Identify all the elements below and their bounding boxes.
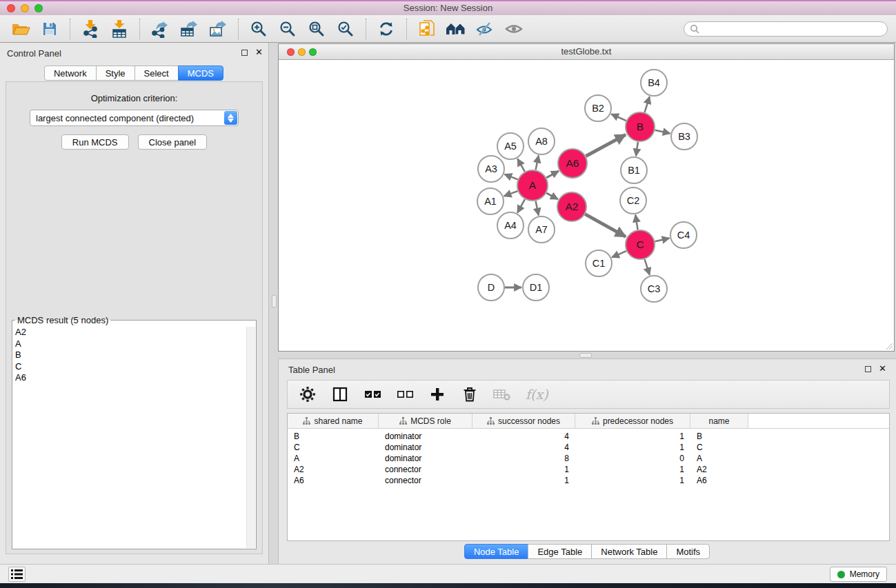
- graph-edge-A-A7[interactable]: [536, 201, 539, 216]
- column-header-predecessor-nodes[interactable]: predecessor nodes: [575, 414, 690, 428]
- splitter-handle-vertical[interactable]: [272, 295, 277, 307]
- graph-edge-A-A8[interactable]: [536, 156, 539, 170]
- graph-node-C4[interactable]: C4: [670, 222, 697, 248]
- tab-network-table[interactable]: Network Table: [591, 544, 667, 559]
- network-canvas[interactable]: B4B2BB3B1A5A8A6A3AA1A2C2A4A7CC4C1C3DD1: [279, 61, 894, 351]
- column-header-name[interactable]: name: [690, 414, 748, 428]
- graph-node-C1[interactable]: C1: [586, 250, 612, 276]
- zoom-selected-button[interactable]: [333, 18, 358, 40]
- export-table-button[interactable]: [177, 18, 201, 40]
- tab-select[interactable]: Select: [135, 65, 179, 81]
- tab-style[interactable]: Style: [96, 65, 135, 81]
- export-network-button[interactable]: [148, 18, 172, 40]
- zoom-out-button[interactable]: [275, 18, 300, 40]
- tab-motifs[interactable]: Motifs: [666, 544, 710, 559]
- network-window-titlebar[interactable]: testGlobe.txt: [279, 44, 894, 60]
- graph-edge-A-A5[interactable]: [517, 159, 524, 172]
- mcds-result-item[interactable]: A6: [12, 372, 256, 384]
- table-row[interactable]: Adominator80A: [288, 453, 889, 464]
- tab-mcds[interactable]: MCDS: [178, 65, 223, 81]
- mcds-scrollbar[interactable]: [246, 327, 255, 548]
- graph-edge-A-A4[interactable]: [517, 199, 525, 212]
- column-header-successor-nodes[interactable]: successor nodes: [472, 414, 575, 428]
- graph-node-A1[interactable]: A1: [477, 188, 504, 214]
- graph-node-B3[interactable]: B3: [671, 123, 697, 150]
- resize-grip-icon[interactable]: [884, 341, 893, 350]
- splitter-handle-horizontal[interactable]: [579, 353, 592, 358]
- graph-node-C2[interactable]: C2: [620, 187, 646, 214]
- task-history-button[interactable]: [8, 567, 26, 582]
- mcds-result-item[interactable]: A2: [12, 327, 256, 338]
- home-network-button[interactable]: [444, 18, 468, 40]
- graph-edge-A6-B[interactable]: [586, 134, 626, 156]
- graph-node-A3[interactable]: A3: [478, 156, 504, 182]
- graph-node-B2[interactable]: B2: [585, 95, 611, 121]
- graph-edge-A-A1[interactable]: [504, 191, 518, 196]
- graph-node-C3[interactable]: C3: [641, 276, 667, 302]
- float-panel-icon[interactable]: [241, 50, 248, 56]
- clone-network-button[interactable]: [415, 18, 439, 40]
- graph-node-B1[interactable]: B1: [621, 157, 647, 183]
- zoom-fit-button[interactable]: [304, 18, 329, 40]
- create-column-button[interactable]: [428, 385, 446, 403]
- minimize-window-button[interactable]: [21, 4, 29, 12]
- tab-network[interactable]: Network: [44, 65, 97, 81]
- delete-column-button[interactable]: [461, 385, 479, 403]
- tab-node-table[interactable]: Node Table: [464, 544, 529, 559]
- refresh-view-button[interactable]: [374, 18, 399, 40]
- zoom-in-button[interactable]: [246, 18, 271, 40]
- run-mcds-button[interactable]: Run MCDS: [61, 134, 129, 150]
- search-box[interactable]: [684, 21, 888, 37]
- close-panel-icon[interactable]: ✕: [255, 49, 263, 56]
- graph-edge-C-C3[interactable]: [645, 259, 650, 275]
- network-close-button[interactable]: [287, 48, 295, 56]
- graph-node-D1[interactable]: D1: [523, 274, 549, 301]
- table-row[interactable]: A6connector11A6: [288, 475, 889, 486]
- graph-edge-C-C2[interactable]: [635, 215, 637, 230]
- graph-node-A7[interactable]: A7: [528, 216, 555, 243]
- show-graphics-details-button[interactable]: [501, 18, 526, 40]
- close-table-panel-icon[interactable]: ✕: [879, 365, 886, 372]
- tab-edge-table[interactable]: Edge Table: [528, 544, 592, 559]
- criterion-select[interactable]: largest connected component (directed): [30, 110, 239, 126]
- graph-edge-C-C4[interactable]: [655, 239, 669, 242]
- hide-graphics-details-button[interactable]: [472, 18, 497, 40]
- graph-node-A6[interactable]: A6: [558, 149, 587, 178]
- graph-node-A2[interactable]: A2: [557, 192, 586, 221]
- graph-edge-B-B3[interactable]: [655, 130, 670, 134]
- import-table-button[interactable]: [107, 18, 132, 40]
- show-columns-button[interactable]: [331, 385, 349, 403]
- import-network-button[interactable]: [78, 18, 103, 40]
- float-table-panel-icon[interactable]: [865, 366, 871, 372]
- graph-edge-A-A3[interactable]: [504, 174, 517, 180]
- zoom-window-button[interactable]: [34, 4, 43, 12]
- graph-node-C[interactable]: C: [626, 230, 655, 259]
- graph-node-D[interactable]: D: [478, 274, 504, 301]
- table-row[interactable]: Cdominator41C: [288, 442, 889, 453]
- graph-edge-A-A2[interactable]: [546, 193, 558, 199]
- network-zoom-button[interactable]: [309, 48, 317, 56]
- graph-edge-B-B2[interactable]: [611, 114, 626, 121]
- graph-edge-B-B4[interactable]: [645, 97, 650, 112]
- mcds-result-item[interactable]: A: [12, 338, 256, 350]
- graph-node-A5[interactable]: A5: [497, 133, 524, 159]
- mcds-result-item[interactable]: C: [12, 361, 256, 373]
- graph-edge-C-C1[interactable]: [612, 251, 626, 257]
- graph-node-A[interactable]: A: [517, 170, 548, 201]
- search-input[interactable]: [704, 23, 882, 34]
- column-header-MCDS-role[interactable]: MCDS role: [379, 414, 472, 428]
- select-all-rows-button[interactable]: [364, 385, 381, 403]
- graph-edge-A-A6[interactable]: [546, 171, 559, 178]
- table-settings-button[interactable]: [299, 385, 317, 403]
- export-image-button[interactable]: [206, 18, 230, 40]
- memory-button[interactable]: Memory: [830, 567, 887, 582]
- graph-node-A8[interactable]: A8: [528, 128, 555, 154]
- table-row[interactable]: A2connector11A2: [288, 464, 889, 475]
- graph-edge-B-B1[interactable]: [636, 142, 638, 156]
- graph-node-A4[interactable]: A4: [497, 212, 524, 239]
- close-window-button[interactable]: [7, 4, 15, 12]
- column-header-shared-name[interactable]: shared name: [288, 414, 379, 428]
- open-session-button[interactable]: [8, 18, 33, 40]
- graph-node-B4[interactable]: B4: [641, 70, 667, 96]
- network-minimize-button[interactable]: [298, 48, 306, 56]
